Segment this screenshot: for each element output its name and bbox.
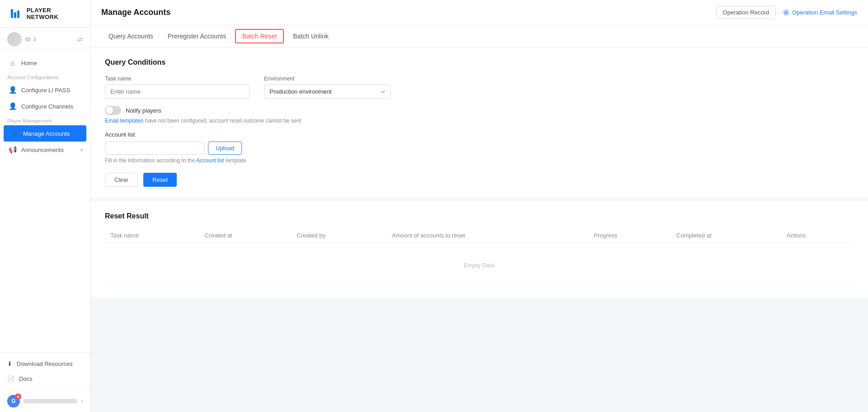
sidebar-item-configure-channels[interactable]: 👤 Configure Channels [0,98,90,114]
notify-players-row: Notify players [105,106,854,115]
gear-icon [783,9,789,16]
sidebar-item-configure-li-pass[interactable]: 👤 Configure LI PASS [0,82,90,98]
toggle-knob [106,107,113,114]
notification-badge: 4 [15,393,21,400]
reset-result-title: Reset Result [105,212,854,220]
col-actions: Actions [781,227,854,244]
page-title: Manage Accounts [101,8,170,17]
tab-query-accounts[interactable]: Query Accounts [101,26,160,47]
results-table-wrap: Task name Created at Created by Amount o… [105,227,854,287]
switch-account-icon[interactable]: ⇄ [77,36,83,43]
footer-user-text [24,399,77,403]
sidebar-nav: ⌂ Home Account Configurations 👤 Configur… [0,52,90,352]
section-divider [90,198,868,201]
sidebar-item-manage-accounts-label: Manage Accounts [23,130,70,137]
sidebar-item-configure-li-pass-label: Configure LI PASS [21,87,70,94]
avatar [7,32,22,47]
task-name-label: Task name [105,76,250,82]
tab-preregister-accounts[interactable]: Preregister Accounts [160,26,233,47]
sidebar-item-announcements-label: Announcements [21,147,64,153]
notify-players-toggle[interactable] [105,106,121,115]
download-icon: ⬇ [7,360,12,367]
app-name: PLAYER NETWORK [27,7,83,20]
col-progress: Progress [589,227,671,244]
email-note: Email templates have not been configured… [105,118,854,124]
reset-button[interactable]: Reset [143,173,177,187]
user-badge[interactable]: G 4 [7,395,20,407]
form-row-1: Task name Environment Production environ… [105,76,854,99]
footer-expand-icon[interactable]: › [81,398,83,404]
home-icon: ⌂ [9,59,17,67]
account-list-input[interactable] [105,142,204,155]
sidebar-user-info: ID: 3 ⇄ [0,28,90,52]
empty-data-cell: Empty Data [105,244,854,287]
col-task-name: Task name [105,227,199,244]
configure-channels-icon: 👤 [9,102,17,110]
announcements-arrow-icon: ▾ [80,147,83,152]
sidebar-item-docs[interactable]: 📄 Docs [0,371,90,386]
action-buttons: Clear Reset [105,173,854,187]
task-name-input[interactable] [105,85,250,99]
configure-li-pass-icon: 👤 [9,86,17,94]
reset-result-section: Reset Result Task name Created at Create… [90,201,868,298]
announcements-icon: 📢 [9,146,17,154]
tabs: Query Accounts Preregister Accounts Batc… [90,25,868,47]
app-logo: PLAYER NETWORK [0,0,90,28]
sidebar-footer: G 4 › [0,390,90,412]
account-list-template-link[interactable]: Account list [196,157,226,164]
content-area: Query Conditions Task name Environment P… [90,47,868,412]
email-templates-link[interactable]: Email templates [105,118,145,124]
section-account-config: Account Configurations [0,71,90,82]
upload-note: Fill in the information according to the… [105,157,854,164]
operation-email-settings-link[interactable]: Operation Email Settings [783,9,857,16]
query-conditions-section: Query Conditions Task name Environment P… [90,47,868,198]
topbar-actions: Operation Record Operation Email Setting… [716,6,857,19]
table-header-row: Task name Created at Created by Amount o… [105,227,854,244]
manage-accounts-icon: 👤 [10,129,19,137]
col-created-at: Created at [199,227,292,244]
sidebar-item-download-resources[interactable]: ⬇ Download Resources [0,356,90,371]
notify-players-label: Notify players [126,107,161,114]
table-body: Empty Data [105,244,854,287]
logo-icon [7,5,23,22]
topbar: Manage Accounts Operation Record Operati… [90,0,868,25]
sidebar-item-download-resources-label: Download Resources [17,360,73,367]
results-table: Task name Created at Created by Amount o… [105,227,854,287]
sidebar-item-manage-accounts[interactable]: 👤 Manage Accounts [4,125,86,142]
sidebar-item-configure-channels-label: Configure Channels [21,103,73,110]
user-id-label: ID: 3 [25,37,74,42]
main-content: Manage Accounts Operation Record Operati… [90,0,868,412]
upload-button[interactable]: Upload [208,142,242,155]
tab-batch-reset[interactable]: Batch Reset [235,29,284,43]
operation-email-settings-label: Operation Email Settings [792,9,857,16]
sidebar-item-home[interactable]: ⌂ Home [0,55,90,71]
environment-label: Environment [264,76,391,82]
environment-group: Environment Production environment Stagi… [264,76,391,99]
upload-row: Upload [105,142,854,155]
account-list-label: Account list [105,131,854,138]
task-name-group: Task name [105,76,250,99]
sidebar: PLAYER NETWORK ID: 3 ⇄ ⌂ Home Account Co… [0,0,90,412]
docs-icon: 📄 [7,375,14,382]
sidebar-bottom: ⬇ Download Resources 📄 Docs [0,352,90,390]
empty-data-row: Empty Data [105,244,854,287]
col-amount: Amount of accounts to reset [387,227,589,244]
query-conditions-title: Query Conditions [105,58,854,66]
sidebar-item-home-label: Home [21,60,37,66]
section-player-management: Player Management [0,114,90,125]
col-created-by: Created by [291,227,387,244]
svg-point-0 [785,11,788,14]
table-header: Task name Created at Created by Amount o… [105,227,854,244]
col-completed-at: Completed at [671,227,781,244]
sidebar-item-announcements[interactable]: 📢 Announcements ▾ [0,142,90,158]
environment-select[interactable]: Production environment Staging environme… [264,85,391,99]
sidebar-item-docs-label: Docs [19,375,33,382]
clear-button[interactable]: Clear [105,173,138,187]
operation-record-button[interactable]: Operation Record [716,6,776,19]
tab-batch-unlink[interactable]: Batch Unlink [286,26,336,47]
